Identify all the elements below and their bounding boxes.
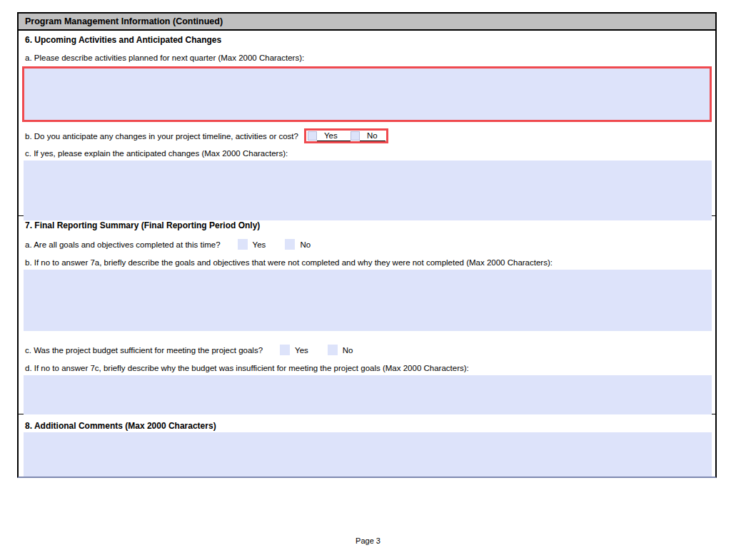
form-section-header: Program Management Information (Continue… [19,14,715,31]
question-7c-yes-checkbox[interactable] [280,345,290,355]
question-7c-row: c. Was the project budget sufficient for… [25,345,709,355]
section-6-title: 6. Upcoming Activities and Anticipated C… [25,31,709,45]
question-7a-no-checkbox[interactable] [285,239,295,250]
form-page: Program Management Information (Continue… [0,0,736,560]
question-7c-no-checkbox[interactable] [328,345,338,355]
question-6c-textarea[interactable] [24,161,712,220]
question-7a-row: a. Are all goals and objectives complete… [25,239,709,250]
question-6b-label: b. Do you anticipate any changes in your… [25,132,298,141]
question-6b-yes-checkbox[interactable] [308,131,317,141]
program-management-form: Program Management Information (Continue… [17,12,717,478]
question-6b-highlight-border: Yes No [304,128,388,143]
question-7a-yes-label: Yes [253,240,266,249]
question-7a-label: a. Are all goals and objectives complete… [25,240,221,249]
question-6a-label: a. Please describe activities planned fo… [25,54,709,62]
question-7d-textarea[interactable] [24,375,712,414]
section-8-title: 8. Additional Comments (Max 2000 Charact… [19,414,715,431]
question-6c-label: c. If yes, please explain the anticipate… [25,149,709,158]
question-7b-label: b. If no to answer 7a, briefly describe … [25,258,709,267]
question-7c-yes-label: Yes [295,346,308,355]
question-7a-no-label: No [300,240,311,249]
question-7c-no-option: No [328,345,353,355]
question-7d-label: d. If no to answer 7c, briefly describe … [25,364,709,372]
section-8-additional-comments: 8. Additional Comments (Max 2000 Charact… [19,414,715,477]
question-7c-label: c. Was the project budget sufficient for… [25,346,263,355]
question-7c-no-label: No [343,346,353,355]
question-6a-textarea[interactable] [24,68,710,120]
section-7-final-reporting: 7. Final Reporting Summary (Final Report… [19,216,715,414]
section-6-upcoming-activities: 6. Upcoming Activities and Anticipated C… [19,31,715,216]
page-number: Page 3 [0,536,736,545]
question-7c-yes-option: Yes [280,345,308,355]
question-6a-highlight-border [22,66,712,122]
question-7a-yes-checkbox[interactable] [238,239,248,250]
question-6b-no-label: No [360,131,385,141]
question-6b-yes-label: Yes [317,131,351,141]
section-7-title: 7. Final Reporting Summary (Final Report… [25,216,709,230]
section-8-textarea[interactable] [24,432,712,477]
question-7a-yes-option: Yes [238,239,266,250]
form-section-title: Program Management Information (Continue… [25,16,223,26]
question-7b-textarea[interactable] [24,270,712,331]
question-7a-no-option: No [285,239,311,250]
question-6b-row: b. Do you anticipate any changes in your… [25,128,709,143]
question-6b-no-checkbox[interactable] [351,131,360,141]
